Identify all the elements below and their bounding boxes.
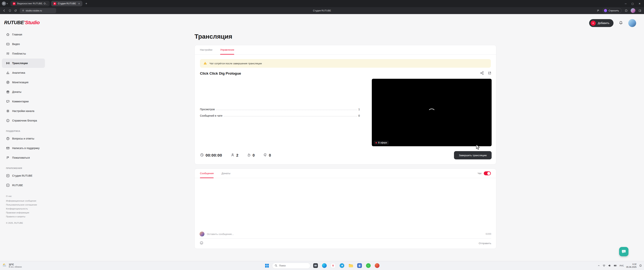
maximize-icon[interactable]: ▢ — [632, 2, 634, 5]
search-placeholder: Поиск — [279, 264, 286, 267]
sidebar-item-home[interactable]: Главная — [2, 30, 45, 39]
chat-toggle[interactable] — [484, 171, 491, 175]
tab-title: Студия RUTUBE — [58, 2, 76, 5]
support-chat-fab[interactable] — [619, 247, 628, 256]
taskbar-app-whatsapp[interactable] — [364, 262, 372, 269]
footer-link[interactable]: О нас — [6, 195, 47, 197]
viewers-icon — [231, 153, 234, 158]
browser-tab-rutube[interactable]: Видеохостинг RUTUBE. О... — [10, 1, 50, 6]
share-icon[interactable] — [480, 71, 484, 76]
wifi-icon[interactable] — [602, 264, 606, 267]
sidebar-item-video[interactable]: Видео — [2, 39, 45, 49]
chat-card-tabs: Сообщения Донаты Чат — [195, 169, 496, 178]
tray-chevron-up-icon[interactable] — [598, 264, 600, 267]
new-tab-button[interactable]: + — [84, 2, 89, 6]
extensions-icon[interactable] — [624, 9, 628, 12]
taskbar-app-calculator[interactable] — [356, 262, 363, 269]
sidebar-item-comments[interactable]: Комментарии — [2, 97, 45, 106]
emoji-icon[interactable] — [200, 241, 204, 246]
tab-control[interactable]: Управление — [220, 45, 234, 54]
back-icon[interactable] — [2, 9, 6, 12]
sidebar-item-label: Трансляции — [12, 62, 28, 65]
end-broadcast-button[interactable]: Завершить трансляцию — [454, 151, 492, 159]
taskbar-app-telegram[interactable] — [338, 262, 346, 269]
start-button[interactable] — [263, 262, 271, 269]
sidebar-item-blogger-guide[interactable]: Справочник блогера — [2, 116, 45, 125]
bell-icon[interactable] — [619, 21, 623, 26]
sidebar-item-app-rutube[interactable]: RUTUBE — [2, 181, 45, 190]
footer-link[interactable]: Правила и запреты — [6, 215, 47, 218]
send-button[interactable]: Отправить — [479, 242, 491, 245]
taskbar-app-store[interactable] — [373, 262, 381, 269]
ask-label: Спросить — [608, 9, 619, 12]
broadcast-icon — [6, 61, 10, 65]
calculator-icon — [357, 263, 362, 268]
battery-icon[interactable] — [614, 264, 617, 267]
browser-tab-studio[interactable]: Студия RUTUBE ✕ — [51, 1, 82, 6]
taskbar-weather[interactable]: 12°C В осн. облачно — [2, 261, 22, 270]
loading-spinner-icon — [428, 108, 436, 116]
sidebar-item-report[interactable]: Пожаловаться — [2, 153, 45, 162]
page-header: + Добавить — [47, 14, 644, 32]
browser-profile-button[interactable]: ▾ — [2, 2, 8, 6]
ask-alice-button[interactable]: Спросить — [603, 8, 622, 13]
volume-icon[interactable] — [608, 264, 611, 267]
sidebar-item-playlists[interactable]: Плейлисты — [2, 49, 45, 58]
taskbar-clock[interactable]: 6:32 05.06.2025 — [626, 263, 636, 268]
shield-icon[interactable] — [8, 9, 12, 12]
footer-link[interactable]: Пользовательское соглашение — [6, 204, 47, 206]
dislikes-count[interactable]: 0 — [263, 153, 271, 158]
stat-value: 0 — [358, 114, 360, 117]
language-indicator[interactable]: РУС — [620, 264, 624, 267]
taskbar-search[interactable]: Поиск — [272, 263, 310, 269]
flag-icon[interactable] — [597, 9, 600, 12]
sidebar-item-app-studio[interactable]: Студия RUTUBE — [2, 171, 45, 180]
rutube-favicon-icon — [13, 2, 16, 5]
logo-text-red: Studio — [25, 20, 40, 25]
sidebar-item-faq[interactable]: Вопросы и ответы — [2, 134, 45, 143]
browser-account-avatar[interactable] — [631, 8, 636, 13]
rutube-app-icon — [6, 183, 10, 187]
whatsapp-icon — [366, 263, 371, 268]
monetization-icon — [6, 80, 10, 84]
video-player[interactable]: В эфире — [372, 79, 492, 146]
sidebar-item-broadcasts[interactable]: Трансляции — [2, 59, 45, 68]
sidebar-item-write-support[interactable]: Написать в поддержку — [2, 144, 45, 153]
gear-icon — [6, 109, 10, 113]
address-bar[interactable]: studio.rutube.ru — [20, 8, 56, 13]
video-icon — [6, 42, 10, 46]
sidebar-item-label: Студия RUTUBE — [12, 174, 32, 177]
reload-icon[interactable] — [14, 9, 17, 12]
add-button[interactable]: + Добавить — [589, 19, 614, 27]
likes-count[interactable]: 0 — [247, 153, 254, 158]
sidebar-panel-icon[interactable] — [638, 9, 642, 12]
tab-donations[interactable]: Донаты — [222, 169, 230, 178]
close-window-icon[interactable]: ✕ — [638, 2, 641, 5]
chat-message-input[interactable] — [207, 233, 483, 235]
app-icon — [375, 263, 380, 268]
rutube-studio-logo[interactable]: RUTUBE’Studio — [0, 17, 47, 30]
channel-avatar[interactable] — [628, 19, 636, 27]
close-tab-icon[interactable]: ✕ — [78, 2, 80, 5]
tab-messages[interactable]: Сообщения — [200, 169, 214, 178]
tab-settings[interactable]: Настройки — [200, 45, 212, 54]
external-link-icon[interactable] — [488, 71, 492, 76]
minimize-icon[interactable]: ─ — [625, 2, 626, 5]
notifications-bell-icon[interactable] — [639, 264, 642, 267]
sidebar-item-donations[interactable]: Донаты — [2, 87, 45, 97]
playlist-icon — [6, 52, 10, 56]
sidebar-item-analytics[interactable]: Аналитика — [2, 68, 45, 77]
taskbar-app-explorer[interactable] — [347, 262, 354, 269]
footer-link[interactable]: Конфиденциальность — [6, 208, 47, 210]
question-icon — [6, 137, 10, 141]
taskbar-app-yandex[interactable]: Y — [329, 262, 337, 269]
live-label: В эфире — [378, 141, 387, 144]
time: 6:32 — [626, 263, 636, 266]
footer-link[interactable]: Правовая информация — [6, 211, 47, 214]
date: 05.06.2025 — [626, 266, 636, 268]
sidebar-item-channel-settings[interactable]: Настройки канала — [2, 106, 45, 116]
taskbar-app-taskview[interactable] — [312, 262, 319, 269]
sidebar-item-monetization[interactable]: Монетизация — [2, 78, 45, 87]
taskbar-app-edge[interactable] — [320, 262, 328, 269]
footer-link[interactable]: Информационные сообщения — [6, 200, 47, 202]
